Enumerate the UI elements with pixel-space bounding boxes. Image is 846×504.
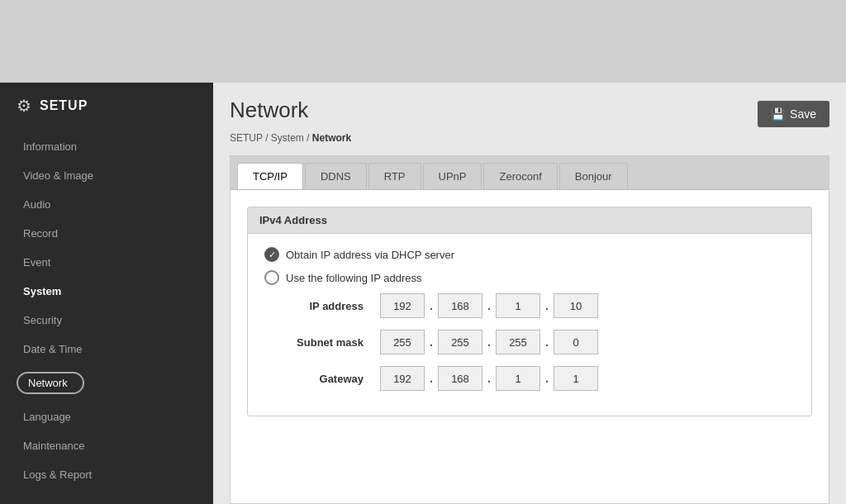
manual-label: Use the following IP address [286,272,422,284]
ip-dot-2: . [482,299,496,312]
breadcrumb-current: Network [312,132,351,144]
sidebar-item-system[interactable]: System [0,277,213,306]
dhcp-radio-checked [264,247,279,262]
ip-octet-2[interactable] [438,293,482,318]
manual-radio-row[interactable]: Use the following IP address [264,270,795,285]
tabs-bar: TCP/IP DDNS RTP UPnP Zeroconf Bonjour [231,156,829,190]
sidebar-item-logs-report[interactable]: Logs & Report [0,460,213,489]
subnet-mask-label: Subnet mask [264,336,380,349]
gear-icon: ⚙ [17,96,31,116]
tab-upnp[interactable]: UPnP [423,163,482,189]
top-bar [0,0,846,83]
main-content: Network 💾 Save SETUP / System / Network … [213,83,846,504]
save-button[interactable]: 💾 Save [758,101,829,127]
tab-zeroconf[interactable]: Zeroconf [483,163,557,189]
gateway-dot-1: . [425,372,438,385]
sidebar-item-event[interactable]: Event [0,248,213,277]
sidebar-item-maintenance[interactable]: Maintenance [0,431,213,460]
ip-dot-3: . [540,299,554,312]
sidebar-item-language[interactable]: Language [0,402,213,431]
manual-radio-unchecked [264,270,279,285]
save-label: Save [790,107,816,121]
tab-content-tcpip: IPv4 Address Obtain IP address via DHCP … [231,190,829,503]
gateway-octet-3[interactable] [496,366,540,391]
subnet-mask-row: Subnet mask . . . [264,330,795,354]
gateway-octet-4[interactable] [554,366,598,391]
sidebar-title: SETUP [40,98,88,113]
breadcrumb-system: System [271,132,304,144]
page-header: Network 💾 Save [230,97,829,127]
gateway-fields: . . . [380,366,598,391]
tab-bonjour[interactable]: Bonjour [559,163,628,189]
gateway-octet-1[interactable] [380,366,425,391]
ipv4-section: IPv4 Address Obtain IP address via DHCP … [247,207,812,416]
ip-octet-1[interactable] [380,293,425,318]
content-panel: TCP/IP DDNS RTP UPnP Zeroconf Bonjour IP… [230,155,829,504]
subnet-mask-fields: . . . [380,330,598,354]
sidebar-item-video-image[interactable]: Video & Image [0,161,213,190]
sidebar: ⚙ SETUP Information Video & Image Audio … [0,83,213,504]
dhcp-radio-row[interactable]: Obtain IP address via DHCP server [264,247,795,262]
sidebar-item-audio[interactable]: Audio [0,190,213,219]
subnet-dot-1: . [425,335,438,349]
ip-octet-3[interactable] [496,293,540,318]
ip-octet-4[interactable] [554,293,598,318]
page-title: Network [230,97,308,123]
sidebar-header: ⚙ SETUP [0,83,213,129]
subnet-octet-1[interactable] [380,330,425,354]
sidebar-nav: Information Video & Image Audio Record E… [0,129,213,492]
subnet-dot-2: . [482,335,496,349]
breadcrumb-sep2: / [304,132,312,144]
sidebar-item-date-time[interactable]: Date & Time [0,335,213,364]
subnet-octet-3[interactable] [496,330,540,354]
subnet-octet-4[interactable] [554,330,598,354]
tab-tcpip[interactable]: TCP/IP [237,163,303,189]
gateway-dot-3: . [540,372,554,385]
subnet-octet-2[interactable] [438,330,482,354]
sidebar-item-network[interactable]: Network [0,364,213,402]
breadcrumb-sep1: / [263,132,271,144]
sidebar-item-information[interactable]: Information [0,132,213,161]
gateway-label: Gateway [264,373,380,385]
tab-rtp[interactable]: RTP [368,163,421,189]
gateway-octet-2[interactable] [438,366,482,391]
dhcp-label: Obtain IP address via DHCP server [286,249,454,261]
tab-ddns[interactable]: DDNS [305,163,367,189]
gateway-row: Gateway . . . [264,366,795,391]
ipv4-section-header: IPv4 Address [248,207,811,234]
ip-dot-1: . [425,299,438,312]
network-circle-label: Network [17,372,84,394]
main-area: ⚙ SETUP Information Video & Image Audio … [0,83,846,504]
ip-address-row: IP address . . . [264,293,795,318]
ip-address-label: IP address [264,300,380,312]
ip-address-fields: . . . [380,293,598,318]
sidebar-item-record[interactable]: Record [0,219,213,248]
ipv4-section-body: Obtain IP address via DHCP server Use th… [248,234,811,416]
sidebar-item-security[interactable]: Security [0,306,213,335]
gateway-dot-2: . [482,372,496,385]
save-icon: 💾 [771,107,785,121]
breadcrumb: SETUP / System / Network [230,132,829,144]
subnet-dot-3: . [540,335,554,349]
breadcrumb-setup: SETUP [230,132,263,144]
